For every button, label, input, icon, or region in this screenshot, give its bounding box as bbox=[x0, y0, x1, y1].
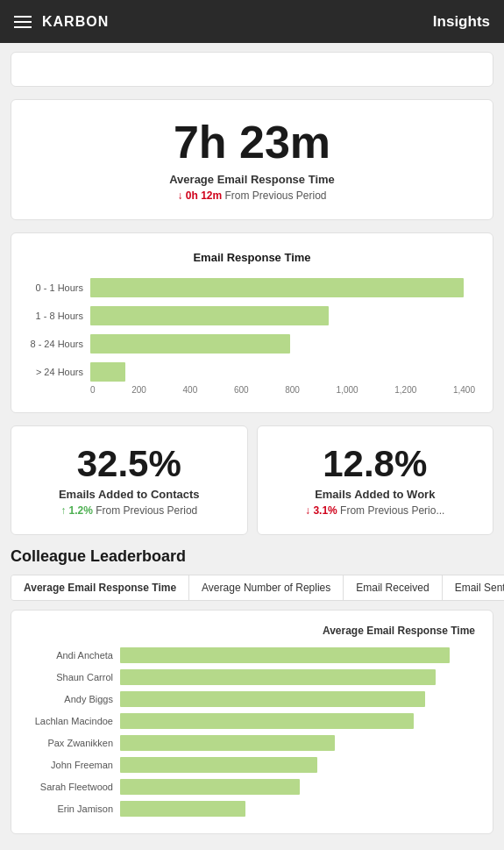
chart-bar-container bbox=[90, 362, 475, 382]
leaderboard-bar-container bbox=[120, 801, 479, 817]
chart-bar-container bbox=[90, 278, 475, 297]
leaderboard-bar-container bbox=[120, 757, 479, 773]
emails-contacts-value: 32.5% bbox=[29, 444, 230, 484]
chart-row-label: 0 - 1 Hours bbox=[22, 282, 83, 293]
x-axis-tick: 1,000 bbox=[337, 385, 358, 395]
chart-bar bbox=[90, 278, 464, 297]
chart-bar bbox=[90, 362, 125, 382]
chart-row-label: > 24 Hours bbox=[22, 367, 83, 377]
header-left: KARBON bbox=[14, 14, 109, 30]
app-header: KARBON Insights bbox=[0, 0, 504, 43]
leaderboard-card: Average Email Response Time Andi Ancheta… bbox=[11, 610, 493, 834]
chart-row: 1 - 8 Hours bbox=[90, 306, 475, 325]
partial-top-card bbox=[11, 52, 493, 87]
leaderboard-row: Shaun Carrol bbox=[25, 669, 479, 685]
chart-x-axis: 02004006008001,0001,2001,400 bbox=[29, 385, 475, 395]
leaderboard-tab[interactable]: Email Received bbox=[344, 575, 442, 600]
leaderboard-bar bbox=[120, 669, 436, 685]
leaderboard-bar-container bbox=[120, 669, 479, 685]
leaderboard-bar-container bbox=[120, 779, 479, 795]
leaderboard-person-name: Sarah Fleetwood bbox=[25, 782, 113, 792]
leaderboard-person-name: John Freeman bbox=[25, 760, 113, 770]
leaderboard-bar-container bbox=[120, 647, 479, 663]
chart-bar-container bbox=[90, 306, 475, 325]
leaderboard-tab[interactable]: Average Number of Replies bbox=[189, 575, 344, 600]
leaderboard-row: Sarah Fleetwood bbox=[25, 779, 479, 795]
chart-row: 0 - 1 Hours bbox=[90, 278, 475, 297]
chart-row-label: 8 - 24 Hours bbox=[22, 339, 83, 349]
leaderboard-bar bbox=[120, 713, 414, 729]
x-axis-tick: 1,400 bbox=[453, 385, 475, 395]
chart-bar-container bbox=[90, 334, 475, 354]
x-axis-tick: 600 bbox=[234, 385, 249, 395]
contacts-change-label: From Previous Period bbox=[96, 504, 197, 517]
leaderboard-bar bbox=[120, 779, 300, 795]
leaderboard-column-header: Average Email Response Time bbox=[25, 625, 479, 637]
leaderboard-row: Lachlan Macindoe bbox=[25, 713, 479, 729]
work-change-label: From Previous Perio... bbox=[340, 504, 444, 517]
change-indicator: 0h 12m bbox=[177, 189, 222, 202]
hamburger-icon[interactable] bbox=[14, 16, 32, 28]
leaderboard-bar-container bbox=[120, 691, 479, 707]
x-axis-tick: 800 bbox=[285, 385, 300, 395]
email-response-value: 7h 23m bbox=[29, 118, 475, 168]
leaderboard-bar bbox=[120, 757, 317, 773]
leaderboard-row: John Freeman bbox=[25, 757, 479, 773]
leaderboard-bar-container bbox=[120, 735, 479, 751]
metrics-row: 32.5% Emails Added to Contacts 1.2% From… bbox=[11, 425, 493, 535]
work-change-indicator: 3.1% bbox=[305, 504, 337, 517]
leaderboard-tab[interactable]: Average Email Response Time bbox=[11, 575, 189, 600]
emails-contacts-label: Emails Added to Contacts bbox=[29, 488, 230, 501]
x-axis-tick: 200 bbox=[131, 385, 146, 395]
emails-contacts-change: 1.2% From Previous Period bbox=[29, 504, 230, 517]
email-response-metric-card: 7h 23m Average Email Response Time 0h 12… bbox=[11, 99, 493, 220]
x-axis-tick: 0 bbox=[90, 385, 96, 395]
leaderboard-tab[interactable]: Email Sent bbox=[443, 575, 504, 600]
emails-contacts-card: 32.5% Emails Added to Contacts 1.2% From… bbox=[11, 425, 248, 535]
bar-chart: 0 - 1 Hours1 - 8 Hours8 - 24 Hours> 24 H… bbox=[29, 278, 475, 382]
leaderboard-rows: Andi AnchetaShaun CarrolAndy BiggsLachla… bbox=[25, 647, 479, 817]
leaderboard-person-name: Lachlan Macindoe bbox=[25, 716, 113, 726]
leaderboard-bar bbox=[120, 647, 450, 663]
x-axis-tick: 1,200 bbox=[394, 385, 416, 395]
change-period-label: From Previous Period bbox=[225, 189, 327, 202]
emails-work-value: 12.8% bbox=[275, 444, 476, 484]
emails-work-change: 3.1% From Previous Perio... bbox=[275, 504, 476, 517]
chart-row-label: 1 - 8 Hours bbox=[22, 311, 83, 321]
chart-title: Email Response Time bbox=[29, 251, 475, 264]
leaderboard-bar bbox=[120, 801, 245, 817]
leaderboard-person-name: Shaun Carrol bbox=[25, 672, 113, 682]
contacts-change-indicator: 1.2% bbox=[60, 504, 93, 517]
app-logo: KARBON bbox=[42, 14, 109, 30]
x-axis-tick: 400 bbox=[183, 385, 198, 395]
chart-bar bbox=[90, 334, 290, 354]
chart-row: 8 - 24 Hours bbox=[90, 334, 475, 354]
leaderboard-bar bbox=[120, 735, 335, 751]
leaderboard-person-name: Andy Biggs bbox=[25, 694, 113, 704]
leaderboard-row: Andy Biggs bbox=[25, 691, 479, 707]
leaderboard-bar-container bbox=[120, 713, 479, 729]
chart-bar bbox=[90, 306, 329, 325]
leaderboard-person-name: Pax Zwanikken bbox=[25, 738, 113, 748]
leaderboard-person-name: Andi Ancheta bbox=[25, 650, 113, 661]
leaderboard-person-name: Erin Jamison bbox=[25, 804, 113, 814]
leaderboard-tabs: Average Email Response TimeAverage Numbe… bbox=[11, 575, 504, 601]
main-content: 7h 23m Average Email Response Time 0h 12… bbox=[0, 43, 504, 843]
email-response-change: 0h 12m From Previous Period bbox=[29, 189, 475, 202]
leaderboard-row: Erin Jamison bbox=[25, 801, 479, 817]
email-response-label: Average Email Response Time bbox=[29, 173, 475, 186]
email-response-chart-card: Email Response Time 0 - 1 Hours1 - 8 Hou… bbox=[11, 232, 493, 413]
page-title: Insights bbox=[433, 13, 490, 31]
leaderboard-row: Andi Ancheta bbox=[25, 647, 479, 663]
leaderboard-bar bbox=[120, 691, 425, 707]
emails-work-card: 12.8% Emails Added to Work 3.1% From Pre… bbox=[257, 425, 494, 535]
leaderboard-title: Colleague Leaderboard bbox=[11, 547, 493, 566]
leaderboard-row: Pax Zwanikken bbox=[25, 735, 479, 751]
emails-work-label: Emails Added to Work bbox=[275, 488, 476, 501]
chart-row: > 24 Hours bbox=[90, 362, 475, 382]
